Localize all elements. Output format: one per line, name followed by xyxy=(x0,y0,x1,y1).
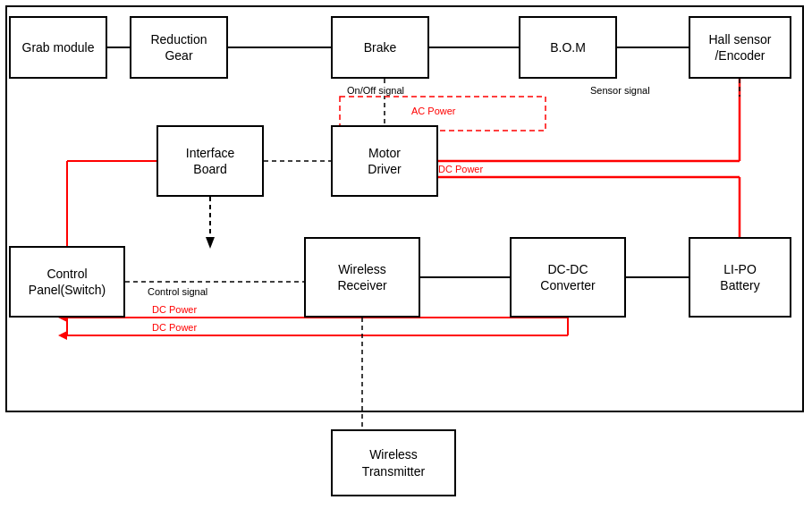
diagram: Grab module ReductionGear Brake B.O.M Ha… xyxy=(0,0,812,517)
wireless-transmitter-block: WirelessTransmitter xyxy=(331,429,456,496)
wireless-receiver-block: WirelessReceiver xyxy=(304,237,420,318)
motor-driver-label: MotorDriver xyxy=(368,145,401,177)
svg-marker-26 xyxy=(58,331,67,340)
grab-module-block: Grab module xyxy=(9,16,107,79)
interface-board-block: InterfaceBoard xyxy=(156,125,264,197)
wireless-receiver-label: WirelessReceiver xyxy=(337,261,386,293)
reduction-gear-block: ReductionGear xyxy=(130,16,228,79)
sensor-signal-label: Sensor signal xyxy=(590,85,650,96)
reduction-gear-label: ReductionGear xyxy=(150,31,207,64)
li-po-battery-label: LI-POBattery xyxy=(720,261,759,293)
li-po-battery-block: LI-POBattery xyxy=(689,237,791,318)
on-off-signal-label: On/Off signal xyxy=(347,85,404,96)
brake-label: Brake xyxy=(364,39,397,55)
bom-label: B.O.M xyxy=(550,39,586,55)
dc-dc-converter-block: DC-DCConverter xyxy=(510,237,626,318)
dc-dc-converter-label: DC-DCConverter xyxy=(540,261,595,293)
motor-driver-block: MotorDriver xyxy=(331,125,438,197)
wireless-transmitter-label: WirelessTransmitter xyxy=(362,446,425,479)
dc-power-label-2: DC Power xyxy=(152,304,197,315)
hall-sensor-label: Hall sensor/Encoder xyxy=(708,31,771,64)
svg-marker-18 xyxy=(206,237,215,249)
ac-power-label: AC Power xyxy=(411,106,456,116)
control-panel-label: ControlPanel(Switch) xyxy=(29,266,106,298)
bom-block: B.O.M xyxy=(519,16,617,79)
dc-power-label-1: DC Power xyxy=(438,164,483,174)
brake-block: Brake xyxy=(331,16,429,79)
dc-power-label-3: DC Power xyxy=(152,322,197,333)
interface-board-label: InterfaceBoard xyxy=(186,145,234,177)
control-panel-block: ControlPanel(Switch) xyxy=(9,246,125,318)
hall-sensor-block: Hall sensor/Encoder xyxy=(689,16,791,79)
grab-module-label: Grab module xyxy=(22,39,95,55)
control-signal-label: Control signal xyxy=(148,286,207,297)
